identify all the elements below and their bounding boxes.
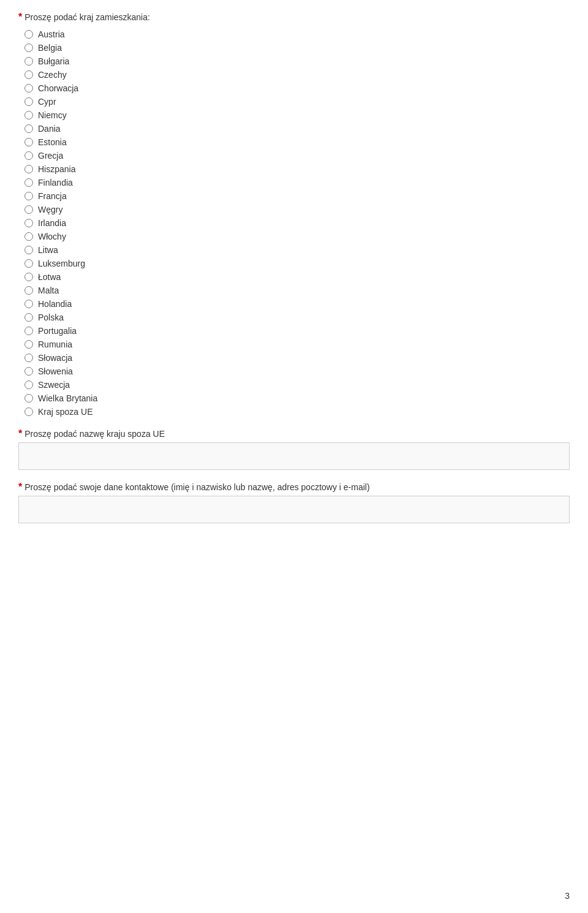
list-item[interactable]: Wielka Brytania <box>24 393 570 403</box>
country-radio-8[interactable] <box>24 138 33 146</box>
country-label-25: Słowenia <box>38 366 73 376</box>
list-item[interactable]: Irlandia <box>24 218 570 228</box>
contact-label-row: * Proszę podać swoje dane kontaktowe (im… <box>18 482 570 492</box>
country-question-text: Proszę podać kraj zamieszkania: <box>24 12 150 22</box>
country-section: * Proszę podać kraj zamieszkania: Austri… <box>18 12 570 417</box>
list-item[interactable]: Litwa <box>24 245 570 255</box>
country-label-21: Polska <box>38 313 64 322</box>
list-item[interactable]: Austria <box>24 29 570 39</box>
country-radio-18[interactable] <box>24 273 33 281</box>
country-radio-4[interactable] <box>24 84 33 93</box>
country-radio-1[interactable] <box>24 44 33 52</box>
country-label-13: Węgry <box>38 205 62 214</box>
country-label-1: Belgia <box>38 43 62 53</box>
country-radio-13[interactable] <box>24 205 33 214</box>
country-radio-3[interactable] <box>24 70 33 79</box>
country-label-20: Holandia <box>38 299 72 309</box>
list-item[interactable]: Bułgaria <box>24 56 570 66</box>
list-item[interactable]: Łotwa <box>24 272 570 282</box>
country-radio-16[interactable] <box>24 246 33 254</box>
list-item[interactable]: Finlandia <box>24 178 570 188</box>
list-item[interactable]: Belgia <box>24 43 570 53</box>
country-label-11: Finlandia <box>38 178 73 188</box>
country-label-6: Niemcy <box>38 110 67 120</box>
non-eu-country-label: Proszę podać nazwę kraju spoza UE <box>24 429 165 439</box>
country-radio-9[interactable] <box>24 151 33 160</box>
country-radio-28[interactable] <box>24 407 33 416</box>
required-star-contact: * <box>18 482 22 492</box>
contact-label: Proszę podać swoje dane kontaktowe (imię… <box>24 482 369 492</box>
country-label-22: Portugalia <box>38 326 77 336</box>
country-label-10: Hiszpania <box>38 164 75 174</box>
list-item[interactable]: Portugalia <box>24 326 570 336</box>
country-radio-25[interactable] <box>24 367 33 376</box>
country-radio-23[interactable] <box>24 340 33 349</box>
list-item[interactable]: Malta <box>24 286 570 295</box>
country-label-5: Cypr <box>38 97 56 107</box>
country-label-19: Malta <box>38 286 59 295</box>
non-eu-country-input[interactable] <box>18 442 570 470</box>
country-radio-19[interactable] <box>24 286 33 295</box>
country-label-14: Irlandia <box>38 218 66 228</box>
list-item[interactable]: Czechy <box>24 70 570 80</box>
country-label-24: Słowacja <box>38 353 72 363</box>
list-item[interactable]: Słowacja <box>24 353 570 363</box>
country-radio-7[interactable] <box>24 124 33 133</box>
country-question-title: * Proszę podać kraj zamieszkania: <box>18 12 570 22</box>
country-label-18: Łotwa <box>38 272 61 282</box>
non-eu-country-section: * Proszę podać nazwę kraju spoza UE <box>18 429 570 470</box>
list-item[interactable]: Francja <box>24 191 570 201</box>
list-item[interactable]: Estonia <box>24 137 570 147</box>
list-item[interactable]: Holandia <box>24 299 570 309</box>
country-label-4: Chorwacja <box>38 83 78 93</box>
country-radio-17[interactable] <box>24 259 33 268</box>
non-eu-label-row: * Proszę podać nazwę kraju spoza UE <box>18 429 570 439</box>
country-radio-2[interactable] <box>24 57 33 66</box>
country-label-15: Włochy <box>38 232 66 241</box>
country-label-23: Rumunia <box>38 339 72 349</box>
country-radio-22[interactable] <box>24 327 33 335</box>
contact-section: * Proszę podać swoje dane kontaktowe (im… <box>18 482 570 523</box>
country-label-28: Kraj spoza UE <box>38 407 92 417</box>
list-item[interactable]: Szwecja <box>24 380 570 390</box>
contact-input[interactable] <box>18 496 570 523</box>
country-radio-26[interactable] <box>24 381 33 389</box>
list-item[interactable]: Włochy <box>24 232 570 241</box>
country-label-7: Dania <box>38 124 61 134</box>
country-label-17: Luksemburg <box>38 259 85 268</box>
list-item[interactable]: Chorwacja <box>24 83 570 93</box>
country-label-3: Czechy <box>38 70 67 80</box>
country-radio-21[interactable] <box>24 313 33 322</box>
required-star-country: * <box>18 12 22 22</box>
country-radio-24[interactable] <box>24 354 33 362</box>
country-radio-10[interactable] <box>24 165 33 173</box>
list-item[interactable]: Polska <box>24 313 570 322</box>
country-radio-0[interactable] <box>24 30 33 39</box>
country-radio-11[interactable] <box>24 178 33 187</box>
list-item[interactable]: Cypr <box>24 97 570 107</box>
country-label-27: Wielka Brytania <box>38 393 97 403</box>
list-item[interactable]: Luksemburg <box>24 259 570 268</box>
required-star-non-eu: * <box>18 429 22 439</box>
country-label-12: Francja <box>38 191 67 201</box>
country-radio-list: AustriaBelgiaBułgariaCzechyChorwacjaCypr… <box>24 29 570 417</box>
list-item[interactable]: Kraj spoza UE <box>24 407 570 417</box>
list-item[interactable]: Dania <box>24 124 570 134</box>
list-item[interactable]: Grecja <box>24 151 570 161</box>
country-radio-5[interactable] <box>24 97 33 106</box>
country-radio-12[interactable] <box>24 192 33 200</box>
country-radio-27[interactable] <box>24 394 33 403</box>
list-item[interactable]: Niemcy <box>24 110 570 120</box>
country-label-0: Austria <box>38 29 65 39</box>
country-radio-20[interactable] <box>24 300 33 308</box>
country-radio-14[interactable] <box>24 219 33 227</box>
list-item[interactable]: Hiszpania <box>24 164 570 174</box>
list-item[interactable]: Węgry <box>24 205 570 214</box>
country-radio-6[interactable] <box>24 111 33 119</box>
country-label-9: Grecja <box>38 151 63 161</box>
list-item[interactable]: Rumunia <box>24 339 570 349</box>
country-radio-15[interactable] <box>24 232 33 241</box>
list-item[interactable]: Słowenia <box>24 366 570 376</box>
country-label-26: Szwecja <box>38 380 70 390</box>
country-label-2: Bułgaria <box>38 56 69 66</box>
